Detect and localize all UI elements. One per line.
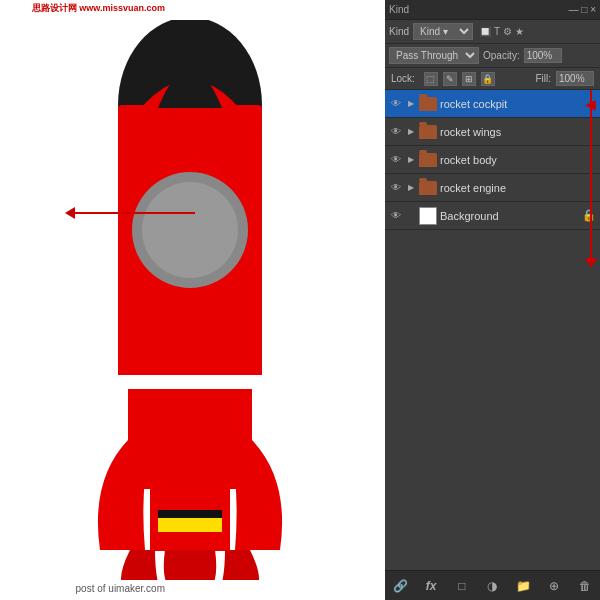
layer-rocket-engine[interactable]: 👁 ▶ rocket engine bbox=[385, 174, 600, 202]
lock-fill-row: Lock: ⬚ ✎ ⊞ 🔒 Fill: bbox=[385, 68, 600, 90]
visibility-eye-5[interactable]: 👁 bbox=[389, 209, 403, 223]
watermark-text: 思路设计网 www.missvuan.com bbox=[32, 2, 165, 15]
layers-list: 👁 ▶ rocket cockpit ◀ 👁 ▶ rocket wings 👁 … bbox=[385, 90, 600, 230]
lock-background-icon: 🔒 bbox=[582, 209, 596, 222]
expand-arrow-1[interactable]: ▶ bbox=[406, 99, 416, 109]
new-layer-icon[interactable]: □ bbox=[452, 576, 472, 596]
lock-all-icon[interactable]: 🔒 bbox=[481, 72, 495, 86]
layer-rocket-cockpit[interactable]: 👁 ▶ rocket cockpit ◀ bbox=[385, 90, 600, 118]
link-icon[interactable]: 🔗 bbox=[390, 576, 410, 596]
folder-icon-3 bbox=[419, 153, 437, 167]
layers-panel: Kind — □ × Kind Kind ▾ 🔲 T ⚙ ★ Pass Thro… bbox=[385, 0, 600, 600]
fill-input[interactable] bbox=[556, 71, 594, 86]
lock-label: Lock: bbox=[391, 73, 415, 84]
layer-name-1: rocket cockpit bbox=[440, 98, 507, 110]
expand-arrow-2[interactable]: ▶ bbox=[406, 127, 416, 137]
panel-window-controls: — □ × bbox=[569, 4, 596, 15]
layer-name-3: rocket body bbox=[440, 154, 497, 166]
rocket-illustration bbox=[50, 20, 330, 580]
lock-position-icon[interactable]: ✎ bbox=[443, 72, 457, 86]
kind-label: Kind bbox=[389, 26, 409, 37]
visibility-eye-3[interactable]: 👁 bbox=[389, 153, 403, 167]
layer-name-2: rocket wings bbox=[440, 126, 501, 138]
mask-icon[interactable]: ◑ bbox=[482, 576, 502, 596]
layer-name-4: rocket engine bbox=[440, 182, 506, 194]
folder-icon-4 bbox=[419, 181, 437, 195]
lock-artboard-icon[interactable]: ⊞ bbox=[462, 72, 476, 86]
svg-rect-4 bbox=[118, 375, 262, 389]
kind-icon-4: ★ bbox=[515, 26, 524, 37]
credit-text: post of uimaker.com bbox=[76, 583, 165, 594]
folder-icon-2 bbox=[419, 125, 437, 139]
panel-vertical-arrow bbox=[590, 90, 592, 260]
blend-opacity-row: Pass Through Opacity: bbox=[385, 44, 600, 68]
layer-name-5: Background bbox=[440, 210, 499, 222]
panel-topbar-icons: Kind bbox=[389, 4, 409, 15]
kind-icon-3: ⚙ bbox=[503, 26, 512, 37]
expand-arrow-3[interactable]: ▶ bbox=[406, 155, 416, 165]
kind-icon-1: 🔲 bbox=[479, 26, 491, 37]
folder-new-icon[interactable]: 📁 bbox=[513, 576, 533, 596]
fx-icon[interactable]: fx bbox=[421, 576, 441, 596]
expand-arrow-4[interactable]: ▶ bbox=[406, 183, 416, 193]
adjustment-icon[interactable]: ⊕ bbox=[544, 576, 564, 596]
visibility-eye-1[interactable]: 👁 bbox=[389, 97, 403, 111]
opacity-label: Opacity: bbox=[483, 50, 520, 61]
svg-rect-5 bbox=[128, 389, 252, 489]
opacity-input[interactable] bbox=[524, 48, 562, 63]
lock-pixel-icon[interactable]: ⬚ bbox=[424, 72, 438, 86]
kind-icon-2: T bbox=[494, 26, 500, 37]
pointer-arrow bbox=[65, 207, 195, 219]
layer-rocket-body[interactable]: 👁 ▶ rocket body bbox=[385, 146, 600, 174]
arrowhead-left bbox=[65, 207, 75, 219]
arrow-line bbox=[75, 212, 195, 214]
panel-bottom-toolbar: 🔗 fx □ ◑ 📁 ⊕ 🗑 bbox=[385, 570, 600, 600]
folder-icon-1 bbox=[419, 97, 437, 111]
panel-topbar: Kind — □ × bbox=[385, 0, 600, 20]
trash-icon[interactable]: 🗑 bbox=[575, 576, 595, 596]
svg-rect-8 bbox=[158, 510, 222, 518]
layer-background[interactable]: 👁 Background 🔒 bbox=[385, 202, 600, 230]
rocket-canvas: 思路设计网 www.missvuan.com post of uimaker.c… bbox=[0, 0, 390, 600]
fill-label: Fill: bbox=[535, 73, 551, 84]
visibility-eye-4[interactable]: 👁 bbox=[389, 181, 403, 195]
visibility-eye-2[interactable]: 👁 bbox=[389, 125, 403, 139]
blend-mode-select[interactable]: Pass Through bbox=[389, 47, 479, 64]
svg-point-3 bbox=[142, 182, 238, 278]
kind-select[interactable]: Kind ▾ bbox=[413, 23, 473, 40]
background-thumbnail bbox=[419, 207, 437, 225]
layer-rocket-wings[interactable]: 👁 ▶ rocket wings bbox=[385, 118, 600, 146]
kind-row: Kind Kind ▾ 🔲 T ⚙ ★ bbox=[385, 20, 600, 44]
